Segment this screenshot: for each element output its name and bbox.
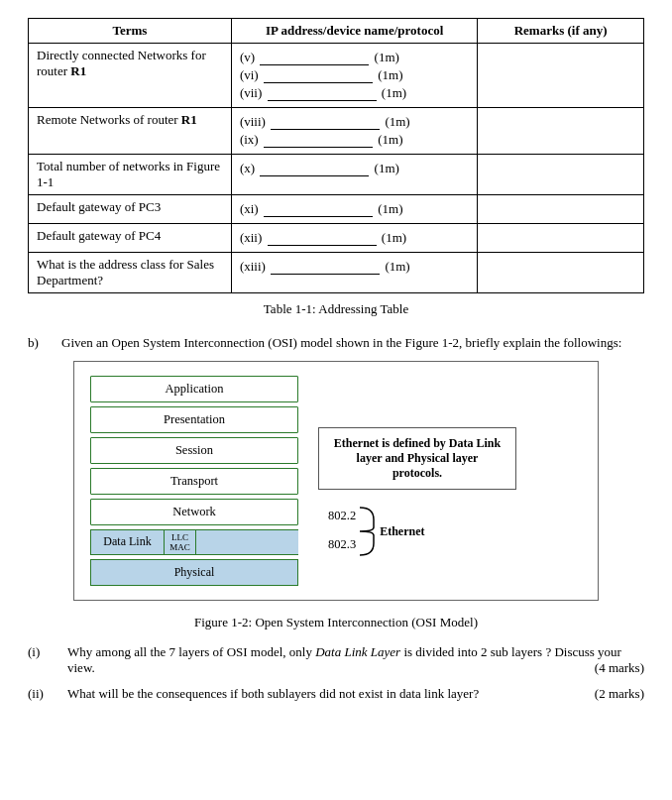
- osi-layer-presentation: Presentation: [90, 406, 298, 433]
- ip-cell-2: (viii) (1m) (ix) (1m): [231, 108, 477, 155]
- table-row: Total number of networks in Figure 1-1 (…: [29, 155, 644, 195]
- terms-cell-3: Total number of networks in Figure 1-1: [29, 155, 232, 195]
- remarks-cell-1: [478, 44, 644, 108]
- remarks-cell-6: [478, 253, 644, 293]
- figure-caption: Figure 1-2: Open System Interconnection …: [28, 615, 644, 630]
- terms-cell-6: What is the address class for Sales Depa…: [29, 253, 232, 293]
- subq-ii-text: What will be the consequences if both su…: [67, 686, 644, 702]
- section-b: b) Given an Open System Interconnection …: [28, 335, 644, 702]
- osi-right-panel: Ethernet is defined by Data Link layer a…: [298, 376, 582, 557]
- ip-cell-5: (xii) (1m): [231, 224, 477, 253]
- subq-ii-marks: (2 marks): [595, 686, 644, 702]
- table-row: Remote Networks of router R1 (viii) (1m)…: [29, 108, 644, 155]
- osi-layer-application: Application: [90, 376, 298, 402]
- osi-diagram: Application Presentation Session Transpo…: [73, 361, 599, 601]
- brace-icon: [358, 506, 376, 557]
- terms-cell-1: Directly connected Networks for router R…: [29, 44, 232, 108]
- section-b-label: b): [28, 335, 50, 351]
- addressing-table: Terms IP address/device name/protocol Re…: [28, 18, 644, 293]
- ethernet-brace-label: Ethernet: [380, 524, 424, 539]
- subquestion-i: (i) Why among all the 7 layers of OSI mo…: [28, 644, 644, 676]
- remarks-cell-3: [478, 155, 644, 195]
- sublayer-mac: MAC: [169, 542, 190, 552]
- osi-layer-transport: Transport: [90, 468, 298, 495]
- col-header-terms: Terms: [29, 19, 232, 44]
- osi-layer-network: Network: [90, 499, 298, 525]
- osi-layer-datalink: Data Link: [90, 529, 165, 555]
- ip-cell-6: (xiii) (1m): [231, 253, 477, 293]
- ip-cell-1: (v) (1m) (vi) (1m) (vii) (1m): [231, 44, 477, 108]
- subq-ii-label: (ii): [28, 686, 56, 702]
- osi-layer-physical: Physical: [90, 559, 298, 586]
- table-row: What is the address class for Sales Depa…: [29, 253, 644, 293]
- table-caption: Table 1-1: Addressing Table: [28, 301, 644, 317]
- terms-cell-5: Default gateway of PC4: [29, 224, 232, 253]
- std-labels: 802.2 802.3: [328, 509, 356, 554]
- remarks-cell-5: [478, 224, 644, 253]
- section-b-intro: Given an Open System Interconnection (OS…: [61, 335, 644, 351]
- remarks-cell-2: [478, 108, 644, 155]
- ip-cell-3: (x) (1m): [231, 155, 477, 195]
- osi-layers-left: Application Presentation Session Transpo…: [90, 376, 298, 586]
- std-802-3: 802.3: [328, 537, 356, 552]
- table-row: Default gateway of PC3 (xi) (1m): [29, 195, 644, 224]
- terms-cell-2: Remote Networks of router R1: [29, 108, 232, 155]
- ip-cell-4: (xi) (1m): [231, 195, 477, 224]
- std-802-2: 802.2: [328, 509, 356, 523]
- col-header-remarks: Remarks (if any): [478, 19, 644, 44]
- table-row: Default gateway of PC4 (xii) (1m): [29, 224, 644, 253]
- subquestion-ii: (ii) What will be the consequences if bo…: [28, 686, 644, 702]
- terms-cell-4: Default gateway of PC3: [29, 195, 232, 224]
- ethernet-callout: Ethernet is defined by Data Link layer a…: [318, 427, 516, 490]
- osi-layer-datalink-row: Data Link LLC MAC: [90, 529, 298, 555]
- col-header-ip: IP address/device name/protocol: [231, 19, 477, 44]
- subq-i-text: Why among all the 7 layers of OSI model,…: [67, 644, 644, 676]
- sublayer-llc: LLC: [171, 532, 188, 542]
- subq-i-marks: (4 marks): [595, 660, 644, 676]
- remarks-cell-4: [478, 195, 644, 224]
- osi-layer-session: Session: [90, 437, 298, 464]
- table-row: Directly connected Networks for router R…: [29, 44, 644, 108]
- osi-layer-datalink-sub: LLC MAC: [165, 529, 196, 555]
- subq-i-label: (i): [28, 644, 56, 676]
